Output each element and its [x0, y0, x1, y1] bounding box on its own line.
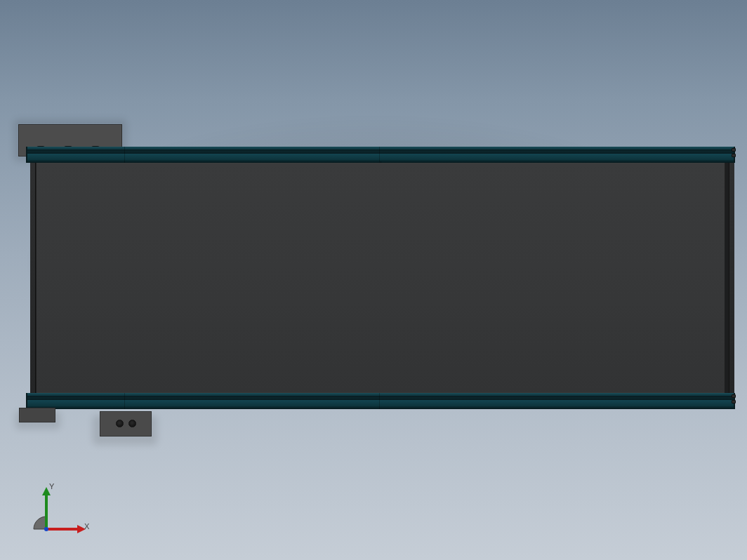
belt-seam [381, 161, 381, 163]
rail-body [26, 400, 735, 406]
rail-seam [379, 147, 380, 163]
triad-svg [24, 484, 88, 539]
side-rail-bottom[interactable] [26, 393, 735, 409]
rail-end-fastener [732, 394, 736, 398]
rail-end-fastener [732, 148, 736, 152]
roller-left [30, 163, 36, 393]
cad-viewport[interactable]: X Y [0, 0, 747, 560]
belt-edge [36, 163, 37, 393]
mounting-hole [116, 420, 124, 427]
triad-origin-icon [34, 516, 46, 529]
belt-edge [725, 163, 725, 393]
rail-end-fastener [732, 154, 736, 157]
mounting-hole [128, 420, 136, 427]
rail-bottom-edge [26, 406, 735, 409]
triad-origin-dot [44, 527, 48, 531]
foot-bracket-bottom[interactable] [100, 411, 152, 436]
rail-seam [124, 147, 125, 163]
bracket-bottom-left-small[interactable] [19, 408, 55, 422]
side-rail-top[interactable] [26, 147, 735, 163]
roller-right [729, 163, 734, 393]
triad-x-label: X [84, 523, 89, 531]
rail-seam [124, 393, 125, 409]
rail-seam [379, 393, 380, 409]
conveyor-assembly[interactable] [0, 0, 747, 560]
orientation-triad[interactable]: X Y [24, 484, 88, 539]
conveyor-belt[interactable] [36, 163, 725, 393]
triad-y-label: Y [49, 483, 54, 491]
rail-body [26, 154, 735, 160]
rail-end-fastener [732, 400, 736, 404]
rail-end [26, 147, 27, 163]
rail-end [26, 393, 27, 409]
